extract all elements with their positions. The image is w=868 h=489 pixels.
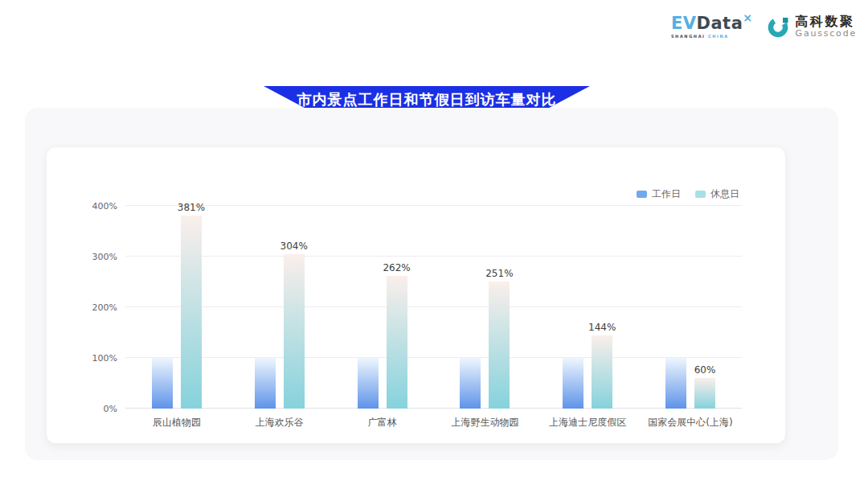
value-label: 60%	[694, 364, 716, 376]
evdata-x-icon: ×	[743, 11, 752, 24]
legend: 工作日休息日	[637, 187, 739, 201]
bar-fill	[387, 276, 407, 409]
evdata-tagline-right: CHINA	[708, 34, 729, 39]
y-axis-tick: 0%	[104, 404, 117, 414]
bar-restday[interactable]: 262%	[387, 276, 407, 409]
gausscode-logo: 高科数聚 Gausscode	[768, 14, 857, 39]
bar-workday[interactable]	[665, 358, 686, 409]
x-axis-label: 上海迪士尼度假区	[549, 416, 626, 429]
bar-restday[interactable]: 144%	[592, 335, 612, 409]
legend-item-restday[interactable]: 休息日	[695, 187, 739, 201]
bar-pair: 381%	[125, 206, 228, 409]
category-group: 262%广富林	[331, 206, 434, 429]
bar-pair: 60%	[639, 206, 742, 409]
x-axis-label: 辰山植物园	[153, 416, 201, 429]
value-label: 262%	[383, 262, 410, 273]
page: EVData× SHANGHAI CHINA 高科数聚 Gausscode 市内…	[0, 0, 868, 489]
bar-workday[interactable]	[460, 358, 481, 409]
x-axis-label: 上海欢乐谷	[256, 416, 304, 429]
bar-fill	[152, 358, 173, 409]
bar-fill	[284, 254, 305, 409]
x-axis-label: 广富林	[368, 416, 397, 429]
bar-fill	[592, 335, 612, 409]
bar-fill	[255, 358, 276, 409]
evdata-name: Data	[697, 14, 743, 33]
bar-fill	[358, 358, 379, 409]
legend-swatch-icon	[695, 191, 706, 198]
bar-pair: 262%	[331, 206, 434, 409]
value-label: 144%	[588, 322, 616, 333]
bar-workday[interactable]	[358, 358, 379, 409]
value-label: 304%	[280, 240, 308, 252]
y-axis-tick: 400%	[92, 201, 117, 212]
category-group: 144%上海迪士尼度假区	[536, 206, 639, 429]
evdata-tagline: SHANGHAI CHINA	[671, 35, 753, 39]
value-label: 251%	[485, 268, 513, 279]
gausscode-en-name: Gausscode	[796, 29, 857, 39]
bar-workday[interactable]	[152, 358, 173, 409]
category-group: 381%辰山植物园	[125, 206, 228, 429]
bar-pair: 304%	[228, 206, 331, 409]
bar-fill	[694, 378, 715, 409]
y-axis-tick: 100%	[92, 353, 117, 364]
category-group: 304%上海欢乐谷	[228, 206, 331, 429]
gausscode-cn-name: 高科数聚	[796, 14, 857, 29]
evdata-tagline-left: SHANGHAI	[671, 34, 706, 39]
plot-area: 381%辰山植物园304%上海欢乐谷262%广富林251%上海野生动物园144%…	[125, 206, 742, 429]
legend-label: 工作日	[652, 187, 681, 201]
bar-restday[interactable]: 251%	[489, 281, 510, 409]
bar-fill	[460, 358, 481, 409]
y-axis-tick: 300%	[92, 252, 117, 262]
chart-title: 市内景点工作日和节假日到访车量对比	[297, 90, 557, 109]
bar-fill	[181, 216, 202, 409]
gausscode-g-icon	[768, 15, 790, 38]
x-axis-label: 国家会展中心(上海)	[648, 416, 732, 429]
bar-fill	[665, 358, 686, 409]
chart-card: 工作日休息日 0%100%200%300%400% 381%辰山植物园304%上…	[46, 146, 786, 444]
bar-fill	[563, 358, 583, 409]
x-axis-label: 上海野生动物园	[451, 416, 518, 429]
evdata-prefix: EV	[671, 14, 697, 33]
bar-restday[interactable]: 304%	[284, 254, 305, 409]
legend-item-workday[interactable]: 工作日	[637, 187, 681, 201]
category-group: 60%国家会展中心(上海)	[639, 206, 742, 429]
gausscode-text: 高科数聚 Gausscode	[796, 14, 857, 39]
chart-panel: 工作日休息日 0%100%200%300%400% 381%辰山植物园304%上…	[25, 108, 838, 460]
bar-workday[interactable]	[563, 358, 583, 409]
y-axis: 0%100%200%300%400%	[47, 206, 117, 409]
bar-pair: 251%	[433, 206, 536, 409]
bar-workday[interactable]	[255, 358, 276, 409]
legend-label: 休息日	[710, 187, 739, 201]
evdata-wordmark: EVData×	[671, 15, 753, 32]
legend-swatch-icon	[637, 191, 647, 198]
bar-fill	[489, 281, 510, 409]
value-label: 381%	[178, 202, 205, 213]
bar-pair: 144%	[536, 206, 639, 409]
category-group: 251%上海野生动物园	[433, 206, 536, 429]
y-axis-tick: 200%	[92, 302, 117, 313]
header-logos: EVData× SHANGHAI CHINA 高科数聚 Gausscode	[671, 14, 857, 39]
evdata-logo: EVData× SHANGHAI CHINA	[671, 15, 753, 39]
bar-restday[interactable]: 381%	[181, 216, 202, 409]
bar-restday[interactable]: 60%	[694, 378, 715, 409]
